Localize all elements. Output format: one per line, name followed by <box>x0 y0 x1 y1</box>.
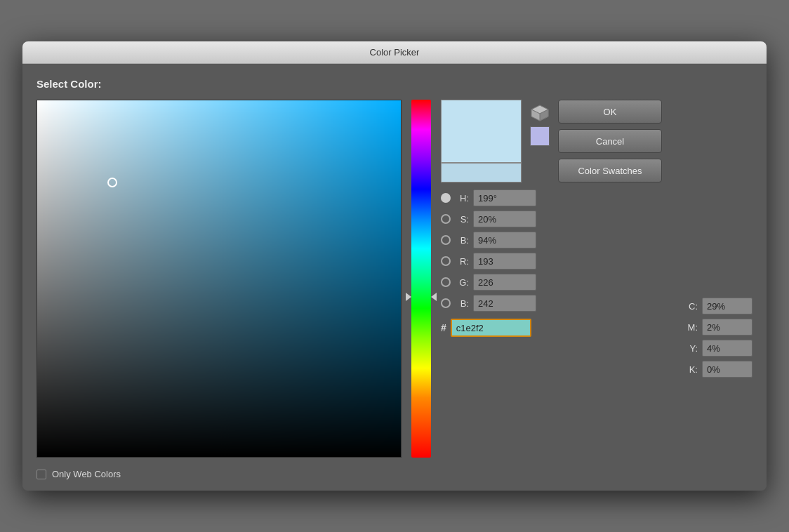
dialog-body: Select Color: <box>22 64 767 491</box>
select-color-label: Select Color: <box>37 78 752 90</box>
color-gradient-field[interactable] <box>37 100 402 458</box>
fields-container: H: S: B: <box>441 189 752 378</box>
green-field-row: G: <box>441 274 681 291</box>
only-web-colors-label: Only Web Colors <box>52 469 121 479</box>
brightness-input[interactable] <box>473 232 536 248</box>
saturation-radio[interactable] <box>441 214 451 224</box>
hash-symbol: # <box>441 322 446 333</box>
web-safe-cube-icon <box>530 102 550 122</box>
cancel-button[interactable]: Cancel <box>558 129 662 153</box>
new-color-preview <box>441 100 522 163</box>
cyan-input[interactable] <box>702 298 752 314</box>
cyan-label: C: <box>681 301 698 312</box>
hue-slider[interactable] <box>411 100 431 458</box>
magenta-input[interactable] <box>702 319 752 335</box>
main-content-row: OK Cancel Color Swatches H: <box>37 100 752 458</box>
brightness-radio[interactable] <box>441 235 451 245</box>
green-radio[interactable] <box>441 277 451 287</box>
blue-input[interactable] <box>473 295 536 312</box>
color-preview-area <box>441 100 522 182</box>
cmyk-fields: C: M: Y: <box>681 189 752 378</box>
action-buttons: OK Cancel Color Swatches <box>558 100 662 182</box>
magenta-label: M: <box>681 322 698 333</box>
hue-input[interactable] <box>473 189 536 206</box>
yellow-input[interactable] <box>702 340 752 357</box>
saturation-label: S: <box>455 214 469 225</box>
dialog-title: Color Picker <box>370 47 420 58</box>
cube-icon-wrapper <box>530 102 550 182</box>
ok-button[interactable]: OK <box>558 100 662 124</box>
hue-arrow-left-icon <box>406 293 411 301</box>
brightness-field-row: B: <box>441 232 681 248</box>
color-picker-dialog: Color Picker Select Color: <box>22 41 767 491</box>
yellow-label: Y: <box>681 343 698 354</box>
green-input[interactable] <box>473 274 536 291</box>
green-label: G: <box>455 277 469 288</box>
hue-slider-wrapper <box>411 100 431 458</box>
hex-field-row: # <box>441 319 681 337</box>
magenta-field-row: M: <box>681 319 752 335</box>
blue-field-row: B: <box>441 295 681 312</box>
hex-input[interactable] <box>451 319 531 337</box>
black-label: K: <box>681 364 698 375</box>
color-swatches-button[interactable]: Color Swatches <box>558 159 662 182</box>
only-web-colors-checkbox[interactable] <box>37 470 46 479</box>
old-color-preview <box>441 163 522 182</box>
bottom-row: Only Web Colors <box>37 469 752 479</box>
hue-radio[interactable] <box>441 193 451 203</box>
hsb-rgb-fields: H: S: B: <box>441 189 681 378</box>
saturation-field-row: S: <box>441 211 681 227</box>
hue-label: H: <box>455 193 469 204</box>
title-bar: Color Picker <box>22 41 767 64</box>
preview-buttons-row: OK Cancel Color Swatches <box>441 100 752 182</box>
brightness-label: B: <box>455 235 469 246</box>
yellow-field-row: Y: <box>681 340 752 357</box>
saturation-input[interactable] <box>473 211 536 227</box>
hue-arrow-right-icon <box>431 293 437 301</box>
old-color-swatch-small <box>530 126 550 146</box>
red-radio[interactable] <box>441 256 451 266</box>
red-input[interactable] <box>473 253 536 270</box>
hue-field-row: H: <box>441 189 681 206</box>
right-panel: OK Cancel Color Swatches H: <box>441 100 752 378</box>
blue-radio[interactable] <box>441 298 451 308</box>
red-field-row: R: <box>441 253 681 270</box>
red-label: R: <box>455 256 469 267</box>
color-field-wrapper <box>37 100 402 458</box>
cyan-field-row: C: <box>681 298 752 314</box>
blue-label: B: <box>455 298 469 309</box>
black-field-row: K: <box>681 361 752 378</box>
black-input[interactable] <box>702 361 752 378</box>
